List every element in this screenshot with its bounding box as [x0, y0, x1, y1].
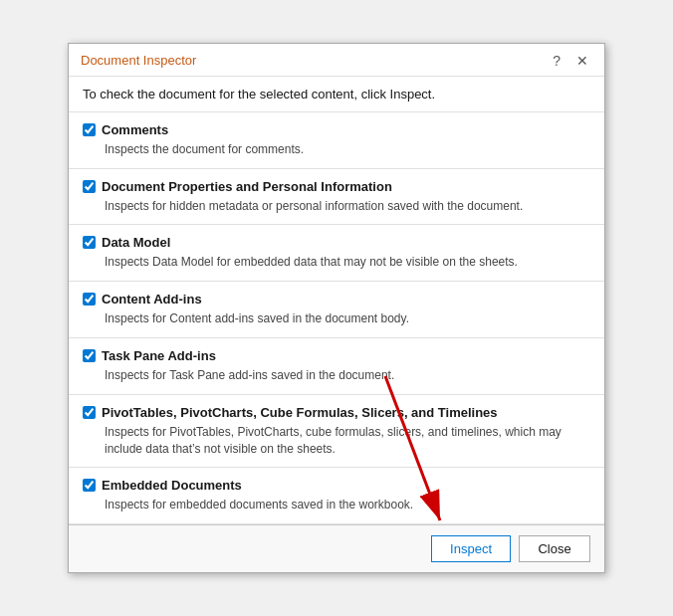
help-button[interactable]: ?	[549, 52, 564, 70]
check-item-desc-task-pane-addins: Inspects for Task Pane add-ins saved in …	[83, 367, 590, 384]
check-item-desc-comments: Inspects the document for comments.	[83, 141, 590, 158]
check-item-embedded-docs: Embedded DocumentsInspects for embedded …	[69, 468, 604, 524]
check-item-header-embedded-docs: Embedded Documents	[83, 478, 590, 493]
check-item-header-comments: Comments	[83, 122, 590, 137]
check-item-label-data-model: Data Model	[102, 235, 170, 250]
dialog-footer: Inspect Close	[69, 524, 604, 572]
checkbox-embedded-docs[interactable]	[83, 479, 96, 492]
dialog-title: Document Inspector	[81, 53, 196, 68]
title-bar-left: Document Inspector	[81, 53, 196, 68]
check-item-desc-embedded-docs: Inspects for embedded documents saved in…	[83, 497, 590, 513]
check-item-desc-doc-properties: Inspects for hidden metadata or personal…	[83, 198, 590, 215]
check-item-data-model: Data ModelInspects Data Model for embedd…	[69, 225, 604, 282]
checkbox-comments[interactable]	[83, 123, 96, 136]
check-item-header-content-addins: Content Add-ins	[83, 292, 590, 307]
check-item-header-task-pane-addins: Task Pane Add-ins	[83, 348, 590, 363]
check-item-label-task-pane-addins: Task Pane Add-ins	[102, 348, 216, 363]
check-item-comments: CommentsInspects the document for commen…	[69, 112, 604, 169]
check-item-doc-properties: Document Properties and Personal Informa…	[69, 169, 604, 226]
check-item-desc-content-addins: Inspects for Content add-ins saved in th…	[83, 310, 590, 327]
check-item-header-doc-properties: Document Properties and Personal Informa…	[83, 179, 590, 194]
check-item-content-addins: Content Add-insInspects for Content add-…	[69, 282, 604, 338]
check-item-header-pivottables: PivotTables, PivotCharts, Cube Formulas,…	[83, 405, 590, 420]
check-item-desc-data-model: Inspects Data Model for embedded data th…	[83, 254, 590, 271]
title-bar: Document Inspector ? ✕	[69, 44, 604, 77]
document-inspector-dialog: Document Inspector ? ✕ To check the docu…	[68, 43, 605, 573]
title-accent: Document Inspector	[81, 53, 196, 68]
check-item-label-pivottables: PivotTables, PivotCharts, Cube Formulas,…	[102, 405, 498, 420]
check-item-label-comments: Comments	[102, 122, 168, 137]
checkbox-pivottables[interactable]	[83, 406, 96, 419]
check-item-task-pane-addins: Task Pane Add-insInspects for Task Pane …	[69, 338, 604, 395]
inspect-button[interactable]: Inspect	[431, 535, 511, 562]
check-item-label-content-addins: Content Add-ins	[102, 292, 202, 307]
check-item-header-data-model: Data Model	[83, 235, 590, 250]
check-item-label-embedded-docs: Embedded Documents	[102, 478, 242, 493]
checkbox-task-pane-addins[interactable]	[83, 349, 96, 362]
checkbox-data-model[interactable]	[83, 236, 96, 249]
content-area: CommentsInspects the document for commen…	[69, 112, 604, 524]
close-x-button[interactable]: ✕	[572, 52, 592, 70]
title-bar-controls: ? ✕	[549, 52, 592, 70]
scroll-area[interactable]: CommentsInspects the document for commen…	[69, 112, 604, 524]
check-item-label-doc-properties: Document Properties and Personal Informa…	[102, 179, 392, 194]
check-item-desc-pivottables: Inspects for PivotTables, PivotCharts, c…	[83, 424, 590, 458]
check-item-pivottables: PivotTables, PivotCharts, Cube Formulas,…	[69, 395, 604, 469]
checkbox-content-addins[interactable]	[83, 293, 96, 306]
checkbox-doc-properties[interactable]	[83, 180, 96, 193]
instruction-text: To check the document for the selected c…	[69, 77, 604, 112]
close-button[interactable]: Close	[519, 535, 590, 562]
